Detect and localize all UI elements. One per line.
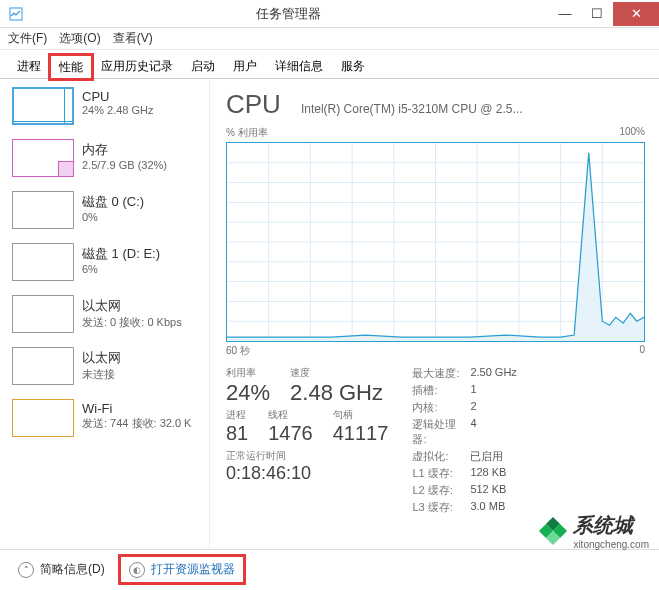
sidebar-item-wifi[interactable]: Wi-Fi 发送: 744 接收: 32.0 K xyxy=(12,399,209,437)
menu-file[interactable]: 文件(F) xyxy=(8,30,47,47)
label-cores: 内核: xyxy=(412,400,470,415)
tabstrip: 进程 性能 应用历史记录 启动 用户 详细信息 服务 xyxy=(0,50,659,79)
tab-app-history[interactable]: 应用历史记录 xyxy=(92,54,182,78)
sidebar-item-memory[interactable]: 内存 2.5/7.9 GB (32%) xyxy=(12,139,209,177)
chart-xlabel: 60 秒 xyxy=(226,344,250,358)
footer: ˄ 简略信息(D) ◐ 打开资源监视器 xyxy=(0,549,659,589)
fewer-details-button[interactable]: ˄ 简略信息(D) xyxy=(18,561,105,578)
resmon-icon: ◐ xyxy=(129,562,145,578)
sidebar-sub: 发送: 0 接收: 0 Kbps xyxy=(82,315,182,330)
window-controls: — ☐ ✕ xyxy=(549,2,659,26)
sidebar-sub: 2.5/7.9 GB (32%) xyxy=(82,159,167,171)
sidebar-item-ethernet1[interactable]: 以太网 未连接 xyxy=(12,347,209,385)
chart-ymax: 100% xyxy=(619,126,645,140)
value-speed: 2.48 GHz xyxy=(290,380,383,406)
tab-details[interactable]: 详细信息 xyxy=(266,54,332,78)
value-utilization: 24% xyxy=(226,380,270,406)
disk-thumb xyxy=(12,191,74,229)
label-virt: 虚拟化: xyxy=(412,449,470,464)
tab-services[interactable]: 服务 xyxy=(332,54,374,78)
label-utilization: 利用率 xyxy=(226,366,270,380)
value-lprocs: 4 xyxy=(470,417,516,447)
maximize-button[interactable]: ☐ xyxy=(581,2,613,26)
svg-rect-0 xyxy=(10,8,22,20)
main-area: CPU 24% 2.48 GHz 内存 2.5/7.9 GB (32%) 磁盘 … xyxy=(0,79,659,549)
value-l2: 512 KB xyxy=(470,483,516,498)
label-processes: 进程 xyxy=(226,408,248,422)
sidebar-label: 磁盘 1 (D: E:) xyxy=(82,245,160,263)
sidebar-sub: 未连接 xyxy=(82,367,121,382)
watermark-url: xitongcheng.com xyxy=(573,539,649,550)
window-title: 任务管理器 xyxy=(28,5,549,23)
chart-ylabel: % 利用率 xyxy=(226,126,268,140)
label-handles: 句柄 xyxy=(333,408,389,422)
sidebar-label: Wi-Fi xyxy=(82,401,191,416)
sidebar-item-cpu[interactable]: CPU 24% 2.48 GHz xyxy=(12,87,209,125)
label-maxspeed: 最大速度: xyxy=(412,366,470,381)
label-speed: 速度 xyxy=(290,366,383,380)
memory-thumb xyxy=(12,139,74,177)
menu-view[interactable]: 查看(V) xyxy=(113,30,153,47)
sidebar-sub: 发送: 744 接收: 32.0 K xyxy=(82,416,191,431)
value-handles: 41117 xyxy=(333,422,389,445)
value-l1: 128 KB xyxy=(470,466,516,481)
cpu-model: Intel(R) Core(TM) i5-3210M CPU @ 2.5... xyxy=(301,102,645,116)
tab-performance[interactable]: 性能 xyxy=(50,55,92,79)
sidebar-label: 内存 xyxy=(82,141,167,159)
value-threads: 1476 xyxy=(268,422,313,445)
ethernet-thumb xyxy=(12,347,74,385)
label-l1: L1 缓存: xyxy=(412,466,470,481)
wifi-thumb xyxy=(12,399,74,437)
sidebar-sub: 6% xyxy=(82,263,160,275)
content-panel: CPU Intel(R) Core(TM) i5-3210M CPU @ 2.5… xyxy=(210,79,659,549)
value-l3: 3.0 MB xyxy=(470,500,516,515)
ethernet-thumb xyxy=(12,295,74,333)
watermark-text: 系统城 xyxy=(573,514,633,536)
label-l3: L3 缓存: xyxy=(412,500,470,515)
sidebar-item-disk1[interactable]: 磁盘 1 (D: E:) 6% xyxy=(12,243,209,281)
value-virt: 已启用 xyxy=(470,449,516,464)
chevron-up-icon: ˄ xyxy=(18,562,34,578)
watermark-logo-icon xyxy=(539,517,567,545)
sidebar-label: 以太网 xyxy=(82,349,121,367)
sidebar-item-ethernet0[interactable]: 以太网 发送: 0 接收: 0 Kbps xyxy=(12,295,209,333)
open-resource-monitor-link[interactable]: ◐ 打开资源监视器 xyxy=(121,557,243,582)
tab-users[interactable]: 用户 xyxy=(224,54,266,78)
fewer-details-label: 简略信息(D) xyxy=(40,561,105,578)
value-cores: 2 xyxy=(470,400,516,415)
sidebar: CPU 24% 2.48 GHz 内存 2.5/7.9 GB (32%) 磁盘 … xyxy=(0,79,210,549)
label-sockets: 插槽: xyxy=(412,383,470,398)
value-sockets: 1 xyxy=(470,383,516,398)
menu-options[interactable]: 选项(O) xyxy=(59,30,100,47)
label-lprocs: 逻辑处理器: xyxy=(412,417,470,447)
value-uptime: 0:18:46:10 xyxy=(226,463,388,484)
menubar: 文件(F) 选项(O) 查看(V) xyxy=(0,28,659,50)
label-l2: L2 缓存: xyxy=(412,483,470,498)
sidebar-item-disk0[interactable]: 磁盘 0 (C:) 0% xyxy=(12,191,209,229)
label-uptime: 正常运行时间 xyxy=(226,449,388,463)
value-maxspeed: 2.50 GHz xyxy=(470,366,516,381)
sidebar-sub: 24% 2.48 GHz xyxy=(82,104,154,116)
disk-thumb xyxy=(12,243,74,281)
cpu-thumb xyxy=(12,87,74,125)
tab-processes[interactable]: 进程 xyxy=(8,54,50,78)
close-button[interactable]: ✕ xyxy=(613,2,659,26)
cpu-chart xyxy=(226,142,645,342)
cpu-title: CPU xyxy=(226,89,281,120)
cpu-details: 最大速度:2.50 GHz 插槽:1 内核:2 逻辑处理器:4 虚拟化:已启用 … xyxy=(412,366,516,515)
tab-startup[interactable]: 启动 xyxy=(182,54,224,78)
resmon-label: 打开资源监视器 xyxy=(151,561,235,578)
sidebar-label: CPU xyxy=(82,89,154,104)
chart-xzero: 0 xyxy=(639,344,645,358)
value-processes: 81 xyxy=(226,422,248,445)
titlebar: 任务管理器 — ☐ ✕ xyxy=(0,0,659,28)
minimize-button[interactable]: — xyxy=(549,2,581,26)
app-icon xyxy=(4,0,28,28)
watermark: 系统城 xitongcheng.com xyxy=(539,512,649,550)
label-threads: 线程 xyxy=(268,408,313,422)
sidebar-label: 磁盘 0 (C:) xyxy=(82,193,144,211)
sidebar-sub: 0% xyxy=(82,211,144,223)
sidebar-label: 以太网 xyxy=(82,297,182,315)
